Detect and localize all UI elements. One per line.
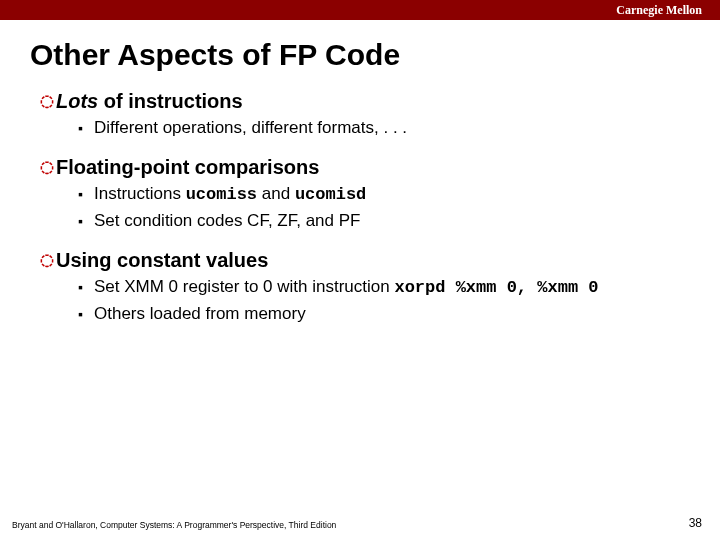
sub-list: ▪ Instructions ucomiss and ucomisd ▪ Set… xyxy=(40,182,690,233)
square-bullet-icon: ▪ xyxy=(78,302,94,326)
sub-part-mono: ucomiss xyxy=(186,185,257,204)
circle-bullet-icon: ◌ xyxy=(40,247,56,273)
sub-item: ▪ Different operations, different format… xyxy=(78,116,690,140)
sub-text: Different operations, different formats,… xyxy=(94,116,407,140)
slide-title: Other Aspects of FP Code xyxy=(0,20,720,88)
square-bullet-icon: ▪ xyxy=(78,182,94,206)
square-bullet-icon: ▪ xyxy=(78,116,94,140)
bullet-label: Using constant values xyxy=(56,247,268,273)
bullet-rest: Using constant values xyxy=(56,249,268,271)
sub-item: ▪ Set XMM 0 register to 0 with instructi… xyxy=(78,275,690,300)
bullet-item: ◌ Floating-point comparisons xyxy=(40,154,690,180)
sub-part: Others loaded from memory xyxy=(94,304,306,323)
sub-text: Set condition codes CF, ZF, and PF xyxy=(94,209,360,233)
sub-part-mono: ucomisd xyxy=(295,185,366,204)
top-bar: Carnegie Mellon xyxy=(0,0,720,20)
bullet-emph: Lots xyxy=(56,90,98,112)
sub-list: ▪ Different operations, different format… xyxy=(40,116,690,140)
sub-text: Others loaded from memory xyxy=(94,302,306,326)
sub-item: ▪ Set condition codes CF, ZF, and PF xyxy=(78,209,690,233)
sub-part: Instructions xyxy=(94,184,186,203)
brand-text: Carnegie Mellon xyxy=(616,3,702,17)
circle-bullet-icon: ◌ xyxy=(40,88,56,114)
bullet-item: ◌ Using constant values xyxy=(40,247,690,273)
bullet-rest: Floating-point comparisons xyxy=(56,156,319,178)
sub-item: ▪ Others loaded from memory xyxy=(78,302,690,326)
sub-text: Set XMM 0 register to 0 with instruction… xyxy=(94,275,599,300)
square-bullet-icon: ▪ xyxy=(78,275,94,299)
square-bullet-icon: ▪ xyxy=(78,209,94,233)
page-number: 38 xyxy=(689,516,702,530)
bullet-item: ◌ Lots of instructions xyxy=(40,88,690,114)
sub-part-mono: xorpd %xmm 0, %xmm 0 xyxy=(394,278,598,297)
sub-part: Set XMM 0 register to 0 with instruction xyxy=(94,277,394,296)
sub-text: Instructions ucomiss and ucomisd xyxy=(94,182,366,207)
circle-bullet-icon: ◌ xyxy=(40,154,56,180)
content-area: ◌ Lots of instructions ▪ Different opera… xyxy=(0,88,720,326)
sub-item: ▪ Instructions ucomiss and ucomisd xyxy=(78,182,690,207)
footer-citation: Bryant and O'Hallaron, Computer Systems:… xyxy=(12,520,336,530)
sub-list: ▪ Set XMM 0 register to 0 with instructi… xyxy=(40,275,690,326)
sub-part: Different operations, different formats,… xyxy=(94,118,407,137)
sub-part: and xyxy=(257,184,295,203)
bullet-label: Floating-point comparisons xyxy=(56,154,319,180)
bullet-label: Lots of instructions xyxy=(56,88,243,114)
bullet-rest: of instructions xyxy=(98,90,242,112)
sub-part: Set condition codes CF, ZF, and PF xyxy=(94,211,360,230)
